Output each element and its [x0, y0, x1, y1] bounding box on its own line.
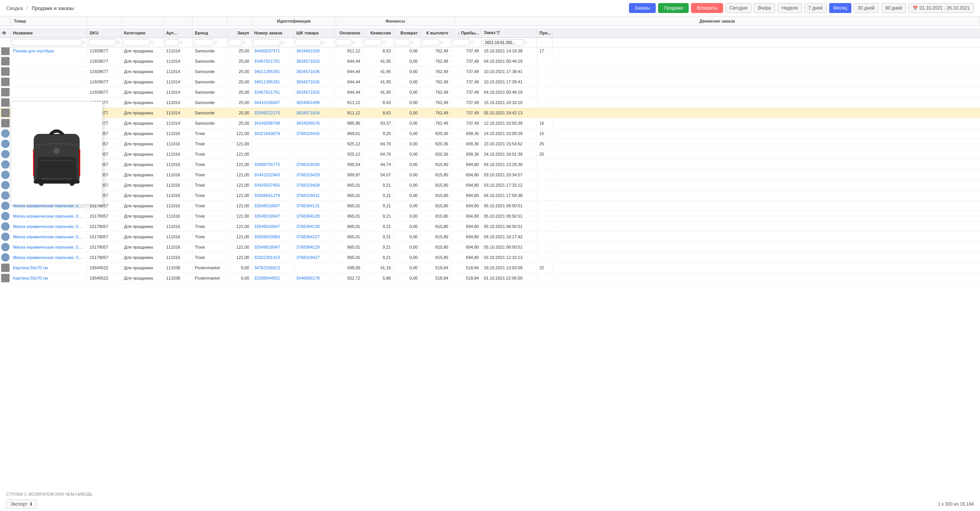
filter-sku-input[interactable] — [89, 39, 116, 46]
cell-product-name[interactable]: Картина 50x70 см — [11, 264, 87, 272]
cell-barcode[interactable]: 3834571634 — [294, 109, 334, 117]
cell-product-name[interactable]: Миска керамическая овальная, 0,2 л/15*10… — [11, 243, 87, 251]
filter-return-icon[interactable]: ▽ — [410, 41, 413, 45]
cell-barcode[interactable]: 3768318427 — [294, 253, 334, 262]
period-yesterday[interactable]: Вчера — [754, 3, 775, 13]
cell-barcode[interactable]: 3768318428 — [294, 181, 334, 189]
cell-order-number[interactable]: 34762326623 — [252, 264, 294, 272]
cell-barcode[interactable]: 3768318431 — [294, 191, 334, 200]
filter-paid-input[interactable] — [336, 39, 351, 46]
filter-return-input[interactable] — [395, 39, 410, 46]
col-header-extra[interactable]: Про... — [537, 28, 552, 37]
col-header-brand[interactable]: Бренд — [193, 28, 227, 37]
filter-date-input[interactable] — [483, 39, 523, 46]
cell-barcode[interactable]: 3768384127 — [294, 233, 334, 241]
cell-product-name[interactable]: Миска керамическая овальная, 0,2 л/15*10… — [11, 212, 87, 220]
cell-order-number[interactable]: 33426507455 — [252, 181, 294, 189]
filter-paid[interactable]: ▽ — [334, 38, 363, 47]
cell-barcode[interactable]: 3768384128 — [294, 212, 334, 220]
filter-article[interactable]: ▽ — [164, 38, 193, 47]
filter-commission-icon[interactable]: ▽ — [382, 41, 385, 45]
filter-name[interactable]: ▽ — [11, 38, 87, 47]
period-month[interactable]: Месяц — [829, 3, 851, 13]
cell-order-number[interactable]: 33508641279 — [252, 191, 294, 200]
col-header-payout[interactable]: К выплате — [420, 28, 451, 37]
filter-commission[interactable]: ▽ — [363, 38, 394, 47]
cell-barcode[interactable]: 3834571636 — [294, 67, 334, 76]
col-header-profit[interactable]: ↓ Прибы... — [451, 28, 482, 37]
tab-returns[interactable]: Возвраты — [691, 3, 723, 13]
checkbox-all-icon[interactable]: Ф — [2, 31, 6, 35]
filter-sku[interactable]: ▽ — [87, 38, 122, 47]
cell-order-number[interactable]: 33549018047 — [252, 243, 294, 251]
cell-barcode[interactable]: 3834571635 — [294, 78, 334, 86]
filter-profit-icon[interactable]: ▽ — [470, 41, 474, 45]
cell-order-number[interactable]: 33288944031 — [252, 274, 294, 282]
cell-barcode[interactable]: 3768318430 — [294, 160, 334, 169]
tab-orders[interactable]: Заказы — [629, 3, 656, 13]
filter-order-number-input[interactable] — [253, 39, 280, 46]
filter-name-icon[interactable]: ▽ — [82, 41, 85, 45]
cell-order-number[interactable]: 33457921791 — [252, 57, 294, 65]
filter-payout-icon[interactable]: ▽ — [440, 41, 443, 45]
cell-product-name[interactable]: Рюкзак для ноутбука — [11, 47, 87, 55]
cell-order-number[interactable]: 33509929983 — [252, 233, 294, 241]
cell-order-number[interactable]: 34011395391 — [252, 67, 294, 76]
cell-order-number[interactable]: 34410106047 — [252, 98, 294, 107]
filter-brand-input[interactable] — [194, 39, 213, 46]
filter-date[interactable]: ▽ — [482, 38, 537, 47]
cell-product-name[interactable]: Миска керамическая овальная, 0,2 л/15*10… — [11, 253, 87, 262]
cell-product-name[interactable]: Миска керамическая овальная, 0,2 л/15*10… — [11, 233, 87, 241]
col-header-category[interactable]: Категория — [122, 28, 164, 37]
cell-order-number[interactable]: 33549018047 — [252, 212, 294, 220]
filter-barcode[interactable]: ▽ — [294, 38, 334, 47]
filter-category[interactable]: ▽ — [122, 38, 164, 47]
col-header-barcode[interactable]: ШК товара — [294, 28, 334, 37]
tab-sales[interactable]: Продажи — [658, 3, 689, 13]
breadcrumb-parent[interactable]: Сводка — [6, 5, 23, 11]
filter-payout[interactable]: ▽ — [420, 38, 451, 47]
cell-order-number[interactable]: 33322391423 — [252, 253, 294, 262]
col-header-paid[interactable]: Оплачено — [334, 28, 363, 37]
cell-order-number[interactable]: 33488755775 — [252, 160, 294, 169]
filter-order-number-icon[interactable]: ▽ — [281, 41, 284, 45]
cell-barcode[interactable]: 3768384131 — [294, 202, 334, 210]
cell-order-number[interactable]: 34321663679 — [252, 129, 294, 138]
filter-category-input[interactable] — [123, 39, 150, 46]
col-header-sku[interactable]: SKU — [87, 28, 122, 37]
filter-article-input[interactable] — [165, 39, 179, 46]
filter-article-icon[interactable]: ▽ — [180, 41, 183, 45]
cell-order-number[interactable]: 34430537471 — [252, 47, 294, 55]
cell-barcode[interactable]: 3446566178 — [294, 274, 334, 282]
filter-price-input[interactable] — [229, 39, 242, 46]
cell-barcode[interactable]: 3768318426 — [294, 129, 334, 138]
cell-barcode[interactable]: 3834571632 — [294, 88, 334, 96]
filter-price-icon[interactable]: ▽ — [243, 41, 246, 45]
cell-barcode[interactable]: 3834571633 — [294, 57, 334, 65]
date-range[interactable]: 📅 01.10.2021 - 26.10.2021 — [908, 3, 974, 13]
filter-profit[interactable]: ▽ — [451, 38, 482, 47]
cell-product-name[interactable]: Миска керамическая овальная, 0,2 л/15*10… — [11, 222, 87, 231]
filter-sku-icon[interactable]: ▽ — [117, 41, 120, 45]
filter-profit-input[interactable] — [452, 39, 470, 46]
filter-order-number[interactable]: ▽ — [252, 38, 294, 47]
cell-order-number[interactable]: 33549018047 — [252, 202, 294, 210]
period-today[interactable]: Сегодня — [725, 3, 751, 13]
col-header-order-number[interactable]: Номер заказа — [252, 28, 294, 37]
filter-date-icon[interactable]: ▽ — [524, 41, 527, 45]
cell-barcode[interactable]: 3834601499 — [294, 98, 334, 107]
cell-barcode[interactable]: 3768384129 — [294, 243, 334, 251]
cell-product-name[interactable]: Картина 50x70 см — [11, 274, 87, 282]
filter-price[interactable]: ▽ — [227, 38, 252, 47]
cell-barcode[interactable]: 3768384130 — [294, 222, 334, 231]
period-7days[interactable]: 7 дней — [804, 3, 827, 13]
cell-barcode[interactable]: 3834595576 — [294, 119, 334, 127]
cell-order-number[interactable]: 33599222175 — [252, 109, 294, 117]
cell-barcode[interactable]: 3834601500 — [294, 47, 334, 55]
period-30days[interactable]: 30 дней — [854, 3, 879, 13]
col-header-name[interactable]: Название — [11, 28, 87, 37]
col-header-commission[interactable]: Комиссия — [363, 28, 394, 37]
filter-brand[interactable]: ▽ — [193, 38, 227, 47]
filter-barcode-input[interactable] — [296, 39, 320, 46]
col-header-price[interactable]: Закуп — [227, 28, 252, 37]
